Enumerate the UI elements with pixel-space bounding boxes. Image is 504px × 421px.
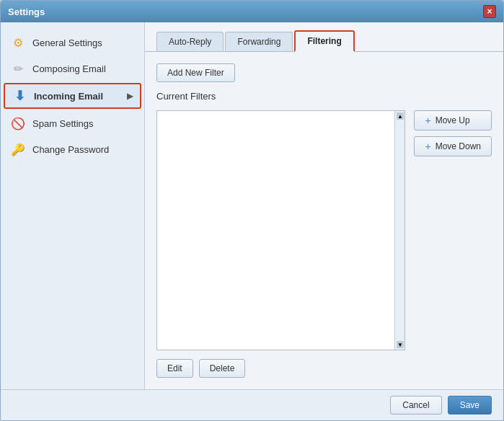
tab-filtering[interactable]: Filtering — [294, 30, 354, 52]
sidebar-item-label: Spam Settings — [32, 118, 94, 129]
sidebar-item-label: Composing Email — [32, 63, 106, 74]
block-icon: 🚫 — [11, 116, 25, 130]
scroll-up-arrow[interactable]: ▲ — [397, 112, 404, 120]
dialog-body: ⚙ General Settings ✏ Composing Email ⬇ I… — [1, 22, 503, 389]
move-down-button[interactable]: + Move Down — [414, 136, 492, 156]
sidebar-item-label: General Settings — [32, 37, 102, 48]
filters-list[interactable]: ▲ ▼ — [156, 110, 405, 350]
settings-dialog: Settings × ⚙ General Settings ✏ Composin… — [0, 0, 504, 421]
pencil-icon: ✏ — [11, 61, 25, 76]
edit-button[interactable]: Edit — [156, 359, 193, 378]
current-filters-label: Current Filters — [156, 91, 492, 102]
move-buttons: + Move Up + Move Down — [414, 110, 492, 350]
move-down-icon: + — [425, 141, 430, 152]
sidebar-item-spam-settings[interactable]: 🚫 Spam Settings — [1, 110, 144, 136]
edit-delete-row: Edit Delete — [156, 359, 492, 378]
sidebar-item-change-password[interactable]: 🔑 Change Password — [1, 136, 144, 162]
move-up-icon: + — [425, 115, 430, 126]
sidebar: ⚙ General Settings ✏ Composing Email ⬇ I… — [1, 22, 145, 389]
sidebar-item-label: Change Password — [32, 144, 109, 155]
scrollbar[interactable]: ▲ ▼ — [394, 111, 404, 350]
gear-icon: ⚙ — [11, 35, 25, 50]
tabs-bar: Auto-Reply Forwarding Filtering — [145, 22, 503, 52]
sidebar-item-label: Incoming Email — [34, 91, 103, 102]
dialog-titlebar: Settings × — [1, 1, 503, 22]
dialog-footer: Cancel Save — [1, 389, 503, 420]
delete-button[interactable]: Delete — [199, 359, 246, 378]
sidebar-item-general-settings[interactable]: ⚙ General Settings — [1, 30, 144, 56]
move-up-button[interactable]: + Move Up — [414, 110, 492, 130]
filtering-content: Add New Filter Current Filters ▲ ▼ + — [145, 52, 503, 389]
add-new-filter-button[interactable]: Add New Filter — [156, 63, 235, 82]
cancel-button[interactable]: Cancel — [390, 396, 441, 415]
filters-row: ▲ ▼ + Move Up + Move Down — [156, 110, 492, 350]
sidebar-item-composing-email[interactable]: ✏ Composing Email — [1, 56, 144, 81]
close-button[interactable]: × — [483, 5, 496, 18]
tab-auto-reply[interactable]: Auto-Reply — [156, 32, 224, 51]
incoming-arrow-icon: ⬇ — [12, 89, 27, 103]
sidebar-item-incoming-email[interactable]: ⬇ Incoming Email ▶ — [4, 83, 141, 109]
chevron-right-icon: ▶ — [127, 92, 133, 101]
key-icon: 🔑 — [11, 142, 25, 156]
save-button[interactable]: Save — [448, 396, 492, 415]
tab-forwarding[interactable]: Forwarding — [225, 32, 293, 51]
scroll-down-arrow[interactable]: ▼ — [397, 341, 404, 348]
main-content: Auto-Reply Forwarding Filtering Add New … — [145, 22, 503, 389]
dialog-title: Settings — [8, 6, 45, 17]
